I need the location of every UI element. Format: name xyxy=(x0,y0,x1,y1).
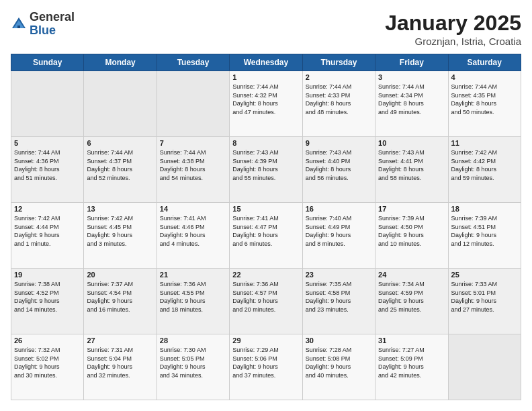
logo-text: General Blue xyxy=(30,11,75,38)
day-number: 16 xyxy=(306,205,372,213)
logo: General Blue xyxy=(11,11,75,38)
title-section: January 2025 Groznjan, Istria, Croatia xyxy=(385,11,521,47)
day-info: Sunrise: 7:44 AM Sunset: 4:32 PM Dayligh… xyxy=(232,83,299,116)
calendar-cell: 19Sunrise: 7:38 AM Sunset: 4:52 PM Dayli… xyxy=(11,269,84,334)
calendar-cell: 25Sunrise: 7:33 AM Sunset: 5:01 PM Dayli… xyxy=(448,269,521,334)
header-monday: Monday xyxy=(84,54,157,71)
calendar-cell: 6Sunrise: 7:44 AM Sunset: 4:37 PM Daylig… xyxy=(84,137,157,203)
calendar-cell: 24Sunrise: 7:34 AM Sunset: 4:59 PM Dayli… xyxy=(375,269,448,334)
day-number: 25 xyxy=(451,271,518,279)
day-info: Sunrise: 7:42 AM Sunset: 4:44 PM Dayligh… xyxy=(14,214,81,248)
day-number: 12 xyxy=(14,205,81,213)
day-number: 4 xyxy=(451,73,518,81)
day-info: Sunrise: 7:32 AM Sunset: 5:02 PM Dayligh… xyxy=(14,346,81,379)
calendar-cell: 29Sunrise: 7:29 AM Sunset: 5:06 PM Dayli… xyxy=(230,334,302,400)
week-row-1: 5Sunrise: 7:44 AM Sunset: 4:36 PM Daylig… xyxy=(11,137,521,203)
header: General Blue January 2025 Groznjan, Istr… xyxy=(11,11,521,47)
calendar-cell: 1Sunrise: 7:44 AM Sunset: 4:32 PM Daylig… xyxy=(230,71,302,137)
calendar-cell: 8Sunrise: 7:43 AM Sunset: 4:39 PM Daylig… xyxy=(230,137,302,203)
calendar-cell xyxy=(11,71,84,137)
page: General Blue January 2025 Groznjan, Istr… xyxy=(0,0,532,411)
day-info: Sunrise: 7:39 AM Sunset: 4:50 PM Dayligh… xyxy=(378,214,445,248)
day-number: 2 xyxy=(306,73,372,81)
header-sunday: Sunday xyxy=(11,54,84,71)
day-number: 26 xyxy=(14,336,81,345)
week-row-2: 12Sunrise: 7:42 AM Sunset: 4:44 PM Dayli… xyxy=(11,203,521,269)
month-title: January 2025 xyxy=(385,11,521,36)
calendar-cell: 31Sunrise: 7:27 AM Sunset: 5:09 PM Dayli… xyxy=(375,334,448,400)
header-friday: Friday xyxy=(375,54,448,71)
header-tuesday: Tuesday xyxy=(157,54,229,71)
day-number: 6 xyxy=(87,139,153,147)
day-info: Sunrise: 7:40 AM Sunset: 4:49 PM Dayligh… xyxy=(306,214,372,248)
day-info: Sunrise: 7:33 AM Sunset: 5:01 PM Dayligh… xyxy=(451,280,518,314)
day-number: 11 xyxy=(451,139,518,147)
calendar-table: SundayMondayTuesdayWednesdayThursdayFrid… xyxy=(11,54,521,400)
calendar-cell: 5Sunrise: 7:44 AM Sunset: 4:36 PM Daylig… xyxy=(11,137,84,203)
day-info: Sunrise: 7:30 AM Sunset: 5:05 PM Dayligh… xyxy=(160,346,226,379)
calendar-cell: 9Sunrise: 7:43 AM Sunset: 4:40 PM Daylig… xyxy=(302,137,375,203)
calendar-cell: 30Sunrise: 7:28 AM Sunset: 5:08 PM Dayli… xyxy=(302,334,375,400)
day-info: Sunrise: 7:28 AM Sunset: 5:08 PM Dayligh… xyxy=(306,346,372,379)
day-info: Sunrise: 7:34 AM Sunset: 4:59 PM Dayligh… xyxy=(378,280,445,314)
calendar-cell xyxy=(448,334,521,400)
day-number: 18 xyxy=(451,205,518,213)
day-info: Sunrise: 7:31 AM Sunset: 5:04 PM Dayligh… xyxy=(87,346,153,379)
calendar-cell: 2Sunrise: 7:44 AM Sunset: 4:33 PM Daylig… xyxy=(302,71,375,137)
day-info: Sunrise: 7:41 AM Sunset: 4:47 PM Dayligh… xyxy=(232,214,299,248)
day-info: Sunrise: 7:37 AM Sunset: 4:54 PM Dayligh… xyxy=(87,280,153,314)
day-number: 10 xyxy=(378,139,445,147)
day-number: 27 xyxy=(87,336,153,345)
calendar-cell: 11Sunrise: 7:42 AM Sunset: 4:42 PM Dayli… xyxy=(448,137,521,203)
calendar-cell: 26Sunrise: 7:32 AM Sunset: 5:02 PM Dayli… xyxy=(11,334,84,400)
calendar-cell: 14Sunrise: 7:41 AM Sunset: 4:46 PM Dayli… xyxy=(157,203,229,269)
svg-rect-2 xyxy=(17,26,20,28)
day-number: 20 xyxy=(87,271,153,279)
calendar-cell: 15Sunrise: 7:41 AM Sunset: 4:47 PM Dayli… xyxy=(230,203,302,269)
calendar-cell: 18Sunrise: 7:39 AM Sunset: 4:51 PM Dayli… xyxy=(448,203,521,269)
header-wednesday: Wednesday xyxy=(230,54,302,71)
day-number: 31 xyxy=(378,336,445,345)
day-info: Sunrise: 7:29 AM Sunset: 5:06 PM Dayligh… xyxy=(232,346,299,379)
day-info: Sunrise: 7:39 AM Sunset: 4:51 PM Dayligh… xyxy=(451,214,518,248)
calendar-cell: 27Sunrise: 7:31 AM Sunset: 5:04 PM Dayli… xyxy=(84,334,157,400)
day-number: 3 xyxy=(378,73,445,81)
day-info: Sunrise: 7:42 AM Sunset: 4:45 PM Dayligh… xyxy=(87,214,153,248)
header-thursday: Thursday xyxy=(302,54,375,71)
day-info: Sunrise: 7:43 AM Sunset: 4:40 PM Dayligh… xyxy=(306,148,372,182)
calendar-cell: 20Sunrise: 7:37 AM Sunset: 4:54 PM Dayli… xyxy=(84,269,157,334)
location: Groznjan, Istria, Croatia xyxy=(385,36,521,47)
logo-blue-text: Blue xyxy=(30,24,75,38)
calendar-cell: 21Sunrise: 7:36 AM Sunset: 4:55 PM Dayli… xyxy=(157,269,229,334)
day-info: Sunrise: 7:44 AM Sunset: 4:35 PM Dayligh… xyxy=(451,83,518,116)
calendar-cell: 3Sunrise: 7:44 AM Sunset: 4:34 PM Daylig… xyxy=(375,71,448,137)
week-row-0: 1Sunrise: 7:44 AM Sunset: 4:32 PM Daylig… xyxy=(11,71,521,137)
day-number: 30 xyxy=(306,336,372,345)
day-number: 15 xyxy=(232,205,299,213)
header-saturday: Saturday xyxy=(448,54,521,71)
day-number: 21 xyxy=(160,271,226,279)
calendar-cell: 16Sunrise: 7:40 AM Sunset: 4:49 PM Dayli… xyxy=(302,203,375,269)
day-number: 17 xyxy=(378,205,445,213)
calendar-cell: 28Sunrise: 7:30 AM Sunset: 5:05 PM Dayli… xyxy=(157,334,229,400)
day-number: 14 xyxy=(160,205,226,213)
day-number: 23 xyxy=(306,271,372,279)
calendar-cell: 22Sunrise: 7:36 AM Sunset: 4:57 PM Dayli… xyxy=(230,269,302,334)
day-number: 24 xyxy=(378,271,445,279)
calendar-cell: 13Sunrise: 7:42 AM Sunset: 4:45 PM Dayli… xyxy=(84,203,157,269)
day-info: Sunrise: 7:36 AM Sunset: 4:55 PM Dayligh… xyxy=(160,280,226,314)
day-info: Sunrise: 7:44 AM Sunset: 4:34 PM Dayligh… xyxy=(378,83,445,116)
logo-icon xyxy=(11,16,27,32)
day-info: Sunrise: 7:44 AM Sunset: 4:36 PM Dayligh… xyxy=(14,148,81,182)
day-number: 22 xyxy=(232,271,299,279)
calendar-cell: 17Sunrise: 7:39 AM Sunset: 4:50 PM Dayli… xyxy=(375,203,448,269)
day-number: 8 xyxy=(232,139,299,147)
day-number: 19 xyxy=(14,271,81,279)
calendar-cell: 23Sunrise: 7:35 AM Sunset: 4:58 PM Dayli… xyxy=(302,269,375,334)
day-info: Sunrise: 7:38 AM Sunset: 4:52 PM Dayligh… xyxy=(14,280,81,314)
calendar-cell xyxy=(84,71,157,137)
day-info: Sunrise: 7:44 AM Sunset: 4:33 PM Dayligh… xyxy=(306,83,372,116)
day-number: 28 xyxy=(160,336,226,345)
day-info: Sunrise: 7:27 AM Sunset: 5:09 PM Dayligh… xyxy=(378,346,445,379)
day-number: 7 xyxy=(160,139,226,147)
